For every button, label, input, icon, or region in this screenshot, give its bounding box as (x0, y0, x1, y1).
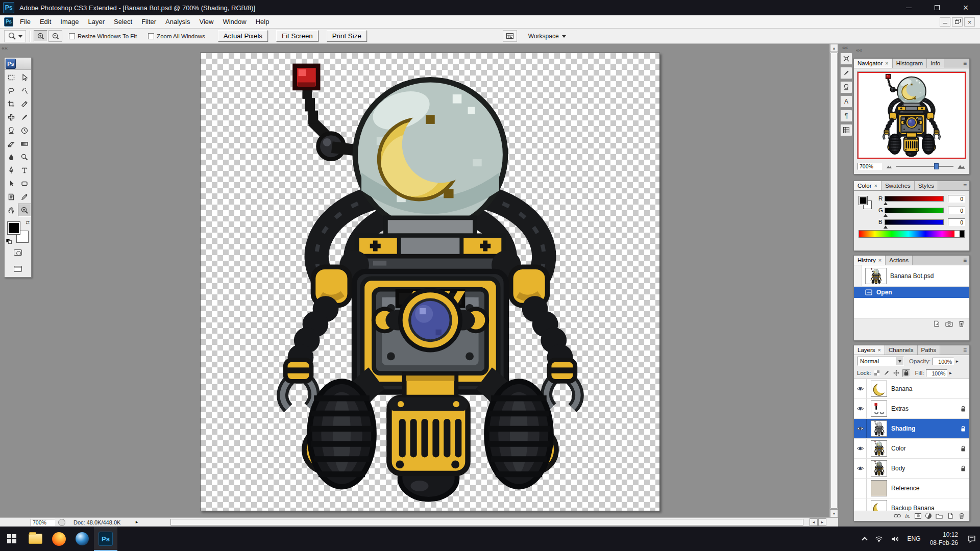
visibility-toggle[interactable] (854, 498, 867, 511)
menu-view[interactable]: View (194, 15, 218, 28)
screen-mode-button[interactable] (11, 262, 24, 276)
visibility-toggle[interactable] (854, 439, 867, 458)
zoom-out-mountains-icon[interactable] (886, 164, 892, 169)
taskbar-photoshop[interactable]: Ps (94, 527, 117, 551)
layer-thumbnail[interactable] (871, 440, 887, 457)
action-center-button[interactable] (963, 527, 980, 551)
tool-crop[interactable] (5, 97, 18, 111)
tool-blur[interactable] (5, 151, 18, 164)
vertical-scroll-thumb[interactable] (830, 53, 838, 509)
new-snapshot-icon[interactable] (945, 320, 953, 327)
tool-lasso[interactable] (5, 84, 18, 97)
menu-edit[interactable]: Edit (35, 15, 56, 28)
menu-window[interactable]: Window (218, 15, 251, 28)
blend-mode-dropdown[interactable]: Normal (857, 357, 904, 366)
tool-rectangular-marquee[interactable] (5, 71, 18, 84)
taskbar-clock[interactable]: 10:12 08-Feb-26 (925, 531, 963, 547)
navigator-view-box[interactable] (857, 72, 966, 159)
panel-button-layer-comps[interactable] (840, 124, 852, 136)
layer-row-extras[interactable]: Extras (854, 399, 969, 419)
navigator-zoom-slider[interactable] (896, 166, 953, 167)
link-layers-icon[interactable] (894, 513, 901, 519)
window-maximize-button[interactable] (923, 0, 951, 15)
network-button[interactable] (871, 527, 887, 551)
new-layer-icon[interactable] (947, 513, 954, 519)
document-close-button[interactable] (964, 17, 975, 27)
layer-thumbnail[interactable] (871, 381, 887, 397)
window-close-button[interactable] (951, 0, 980, 15)
collapse-dock-icon[interactable] (856, 47, 862, 53)
tool-path-selection[interactable] (5, 177, 18, 190)
tool-move[interactable] (18, 71, 31, 84)
default-colors-icon[interactable] (6, 239, 12, 244)
zoom-all-windows-checkbox[interactable]: Zoom All Windows (148, 33, 205, 39)
adjustment-layer-icon[interactable] (925, 513, 932, 519)
status-zoom-field[interactable]: 700% (31, 519, 55, 526)
panel-menu-icon[interactable] (961, 59, 969, 68)
history-snapshot-row[interactable]: Banana Bot.psd (854, 265, 969, 287)
tab-channels[interactable]: Channels (885, 345, 918, 355)
swap-colors-icon[interactable] (26, 220, 30, 225)
tool-zoom[interactable] (18, 204, 31, 217)
actual-pixels-button[interactable]: Actual Pixels (218, 30, 268, 42)
slider-marker-icon[interactable] (884, 223, 888, 229)
resize-windows-checkbox[interactable]: Resize Windows To Fit (69, 33, 137, 39)
visibility-toggle[interactable] (854, 459, 867, 478)
add-layer-mask-icon[interactable] (915, 513, 921, 519)
chevron-down-icon[interactable] (896, 357, 903, 365)
opacity-slider-icon[interactable] (955, 359, 959, 364)
tab-color[interactable]: Color (854, 181, 881, 190)
lock-paint-button[interactable] (883, 369, 891, 377)
tool-eraser[interactable] (5, 137, 18, 151)
layer-row-body[interactable]: Body (854, 459, 969, 479)
tool-preset-picker[interactable] (4, 30, 26, 42)
window-minimize-button[interactable] (894, 0, 923, 15)
tab-info[interactable]: Info (927, 59, 944, 68)
visibility-toggle[interactable] (854, 479, 867, 498)
vertical-scrollbar[interactable] (829, 44, 838, 517)
tool-eyedropper[interactable] (18, 190, 31, 204)
close-tab-icon[interactable] (874, 183, 877, 189)
layer-thumbnail[interactable] (871, 480, 887, 496)
print-size-button[interactable]: Print Size (327, 30, 367, 42)
slider-marker-icon[interactable] (884, 212, 888, 217)
zoom-out-mode-button[interactable] (48, 30, 62, 42)
close-tab-icon[interactable] (878, 257, 881, 263)
panel-button-clone-source[interactable] (840, 81, 852, 93)
layer-thumbnail[interactable] (871, 460, 887, 477)
tool-gradient[interactable] (18, 137, 31, 151)
tab-histogram[interactable]: Histogram (893, 59, 927, 68)
tools-palette-header[interactable]: Ps (5, 58, 31, 70)
panel-menu-icon[interactable] (961, 256, 969, 265)
tool-pen[interactable] (5, 164, 18, 177)
collapse-left-dock-icon[interactable] (2, 45, 8, 51)
menu-image[interactable]: Image (56, 15, 83, 28)
document-restore-button[interactable] (952, 17, 963, 27)
menu-filter[interactable]: Filter (137, 15, 161, 28)
slider-marker-icon[interactable] (884, 200, 888, 205)
tool-hand[interactable] (5, 204, 18, 217)
panel-menu-icon[interactable] (961, 181, 969, 190)
layer-thumbnail[interactable] (871, 420, 887, 437)
document-canvas[interactable] (200, 53, 660, 511)
scroll-left-button[interactable] (810, 518, 818, 526)
close-tab-icon[interactable] (878, 347, 881, 353)
tool-shape[interactable] (18, 177, 31, 190)
scroll-up-button[interactable] (830, 44, 838, 52)
lock-move-button[interactable] (893, 369, 900, 377)
document-icon[interactable]: Ps (4, 17, 13, 27)
blue-channel-slider[interactable] (885, 219, 944, 225)
layer-row-reference[interactable]: Reference (854, 479, 969, 498)
color-spectrum-ramp[interactable] (859, 230, 965, 238)
start-button[interactable] (0, 527, 23, 551)
tool-clone-stamp[interactable] (5, 124, 18, 137)
panel-button-character[interactable]: A (840, 95, 852, 108)
history-state-row-selected[interactable]: Open (854, 287, 969, 298)
lock-all-button[interactable] (902, 369, 910, 377)
hidden-icons-button[interactable] (859, 527, 871, 551)
panel-button-paragraph[interactable]: ¶ (840, 110, 852, 122)
layer-row-backup-banana[interactable]: Backup Banana (854, 498, 969, 511)
layer-row-color[interactable]: Color (854, 439, 969, 459)
visibility-toggle[interactable] (854, 419, 867, 438)
menu-file[interactable]: File (15, 15, 35, 28)
